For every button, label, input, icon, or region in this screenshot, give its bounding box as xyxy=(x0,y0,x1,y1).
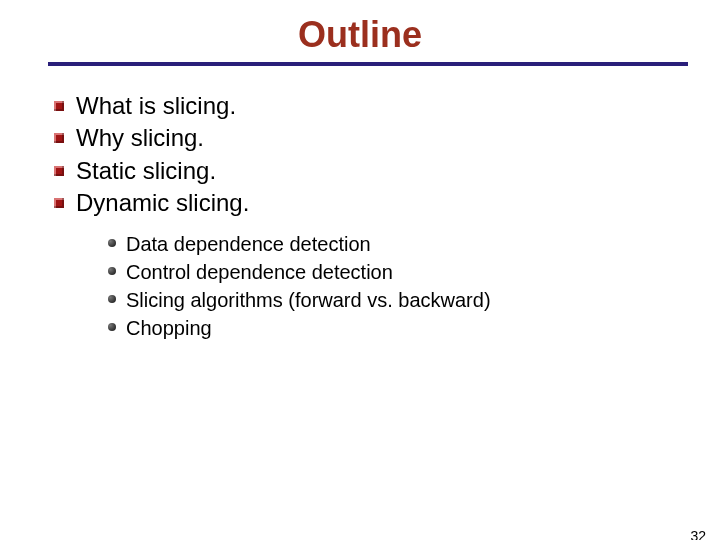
list-item: Slicing algorithms (forward vs. backward… xyxy=(104,286,720,314)
content-area: What is slicing. Why slicing. Static sli… xyxy=(48,90,720,342)
list-item-label: Slicing algorithms (forward vs. backward… xyxy=(126,289,491,311)
title-rule xyxy=(48,62,688,66)
list-item-label: Static slicing. xyxy=(76,157,216,184)
list-item-label: Chopping xyxy=(126,317,212,339)
list-item: Static slicing. xyxy=(48,155,720,187)
list-item: What is slicing. xyxy=(48,90,720,122)
list-item: Why slicing. xyxy=(48,122,720,154)
list-item: Data dependence detection xyxy=(104,230,720,258)
sub-list: Data dependence detection Control depend… xyxy=(104,230,720,342)
list-item: Chopping xyxy=(104,314,720,342)
list-item-label: Data dependence detection xyxy=(126,233,371,255)
list-item-label: Dynamic slicing. xyxy=(76,189,249,216)
slide: Outline What is slicing. Why slicing. St… xyxy=(0,14,720,540)
page-number: 32 xyxy=(690,528,706,540)
list-item-label: Control dependence detection xyxy=(126,261,393,283)
list-item: Dynamic slicing. xyxy=(48,187,720,219)
list-item: Control dependence detection xyxy=(104,258,720,286)
main-list: What is slicing. Why slicing. Static sli… xyxy=(48,90,720,220)
slide-title: Outline xyxy=(0,14,720,56)
list-item-label: Why slicing. xyxy=(76,124,204,151)
list-item-label: What is slicing. xyxy=(76,92,236,119)
